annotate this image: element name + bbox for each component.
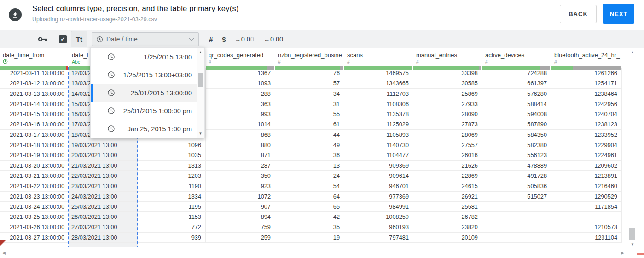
table-cell[interactable]: 1096: [138, 140, 206, 150]
column-header[interactable]: date_time_from: [0, 51, 69, 70]
table-cell[interactable]: 1210573: [551, 222, 622, 232]
table-cell[interactable]: 2021-03-25 13:00:00: [0, 212, 69, 222]
table-cell[interactable]: 1254171: [551, 78, 622, 88]
table-cell[interactable]: 22869: [413, 171, 482, 181]
table-cell[interactable]: 288: [206, 89, 275, 99]
table-cell[interactable]: 1008250: [344, 212, 413, 222]
table-cell[interactable]: 27/03/2021 13:00: [69, 222, 138, 232]
dropdown-scrollbar[interactable]: ▲ ▼: [197, 48, 204, 138]
scroll-right-arrow-icon[interactable]: ▶: [621, 251, 624, 255]
scroll-left-arrow-icon[interactable]: ◀: [2, 251, 6, 255]
primary-key-icon[interactable]: [38, 36, 47, 42]
table-cell[interactable]: [482, 222, 551, 232]
table-cell[interactable]: 880: [206, 140, 275, 150]
table-cell[interactable]: 19/03/2021 13:00: [69, 140, 138, 150]
table-cell[interactable]: 1233952: [551, 130, 622, 140]
table-cell[interactable]: 993: [206, 109, 275, 119]
table-cell[interactable]: 1229904: [551, 140, 622, 150]
table-cell[interactable]: 25869: [413, 89, 482, 99]
table-cell[interactable]: 724288: [482, 68, 551, 78]
dropdown-option[interactable]: 25/01/2015 13:00:00: [91, 84, 197, 102]
table-cell[interactable]: 894: [206, 212, 275, 222]
table-cell[interactable]: 49: [275, 140, 344, 150]
table-cell[interactable]: 772: [138, 222, 206, 232]
table-cell[interactable]: 25/03/2021 13:00: [69, 202, 138, 212]
table-cell[interactable]: 1125029: [344, 119, 413, 129]
table-cell[interactable]: 1140730: [344, 140, 413, 150]
table-cell[interactable]: 27873: [413, 119, 482, 129]
table-cell[interactable]: 42: [275, 212, 344, 222]
column-header[interactable]: qr_codes_generated#: [206, 51, 275, 70]
table-cell[interactable]: 1313: [138, 161, 206, 171]
table-horizontal-scrollbar[interactable]: ◀ ▶: [0, 249, 644, 257]
table-cell[interactable]: 1224961: [551, 150, 622, 160]
table-cell[interactable]: 478889: [482, 161, 551, 171]
table-cell[interactable]: 587890: [482, 119, 551, 129]
table-cell[interactable]: 44: [275, 130, 344, 140]
table-cell[interactable]: 576280: [482, 89, 551, 99]
table-cell[interactable]: 1093: [206, 78, 275, 88]
column-header[interactable]: manual_entries#: [413, 51, 482, 70]
table-cell[interactable]: 1469575: [344, 68, 413, 78]
table-cell[interactable]: 27557: [413, 140, 482, 150]
column-header[interactable]: nzbn_registered_busine#: [275, 51, 344, 70]
dropdown-scroll-down-icon[interactable]: ▼: [197, 131, 204, 135]
table-cell[interactable]: 2021-03-13 13:00:00: [0, 89, 69, 99]
table-cell[interactable]: 939: [138, 233, 206, 243]
table-cell[interactable]: 797481: [344, 233, 413, 243]
table-cell[interactable]: 2021-03-26 13:00:00: [0, 222, 69, 232]
table-cell[interactable]: 25581: [413, 202, 482, 212]
include-column-checkbox[interactable]: ✓: [59, 35, 67, 43]
table-cell[interactable]: 661397: [482, 78, 551, 88]
table-cell[interactable]: 2021-03-11 13:00:00: [0, 68, 69, 78]
table-cell[interactable]: 30585: [413, 78, 482, 88]
table-cell[interactable]: 1240704: [551, 109, 622, 119]
table-cell[interactable]: 1112703: [344, 89, 413, 99]
table-cell[interactable]: 1153: [138, 212, 206, 222]
table-cell[interactable]: 13: [275, 161, 344, 171]
vertical-scrollbar-thumb[interactable]: [629, 228, 635, 240]
table-cell[interactable]: 2021-03-12 13:00:00: [0, 78, 69, 88]
table-cell[interactable]: [551, 212, 622, 222]
dropdown-option[interactable]: 1/25/2015 13:00: [91, 48, 197, 66]
table-cell[interactable]: 21626: [413, 161, 482, 171]
table-cell[interactable]: 350: [206, 171, 275, 181]
table-cell[interactable]: 1367: [206, 68, 275, 78]
table-cell[interactable]: 23820: [413, 222, 482, 232]
table-cell[interactable]: 61: [275, 119, 344, 129]
table-cell[interactable]: 1343665: [344, 78, 413, 88]
table-cell[interactable]: 909369: [344, 161, 413, 171]
table-cell[interactable]: 34: [275, 89, 344, 99]
table-cell[interactable]: 287: [206, 161, 275, 171]
table-cell[interactable]: 26016: [413, 150, 482, 160]
table-cell[interactable]: 923: [206, 181, 275, 191]
table-cell[interactable]: 2021-03-27 13:00:00: [0, 233, 69, 243]
table-vertical-scrollbar[interactable]: ▲ ▼: [627, 49, 638, 247]
table-cell[interactable]: 594008: [482, 109, 551, 119]
table-cell[interactable]: 2021-03-17 13:00:00: [0, 130, 69, 140]
table-cell[interactable]: 2021-03-22 13:00:00: [0, 181, 69, 191]
table-cell[interactable]: 31: [275, 99, 344, 109]
text-type-button[interactable]: Tt: [71, 31, 87, 47]
table-cell[interactable]: 55: [275, 109, 344, 119]
number-type-button[interactable]: #: [209, 35, 213, 43]
table-cell[interactable]: 977369: [344, 192, 413, 202]
table-cell[interactable]: 28/03/2021 13:00: [69, 233, 138, 243]
table-cell[interactable]: 584350: [482, 130, 551, 140]
table-cell[interactable]: 2021-03-18 13:00:00: [0, 140, 69, 150]
table-cell[interactable]: 1290529: [551, 192, 622, 202]
table-cell[interactable]: 26/03/2021 13:00: [69, 212, 138, 222]
table-cell[interactable]: 26782: [413, 212, 482, 222]
table-cell[interactable]: 871: [206, 150, 275, 160]
table-cell[interactable]: 1213891: [551, 171, 622, 181]
column-header[interactable]: active_devices#: [482, 51, 551, 70]
table-cell[interactable]: 1135378: [344, 109, 413, 119]
table-cell[interactable]: 984991: [344, 202, 413, 212]
dropdown-scroll-up-icon[interactable]: ▲: [197, 50, 204, 54]
dropdown-option[interactable]: Jan 25, 2015 1:00 pm: [91, 120, 197, 138]
table-cell[interactable]: 259: [206, 233, 275, 243]
table-cell[interactable]: 1242956: [551, 99, 622, 109]
table-cell[interactable]: 946701: [344, 181, 413, 191]
table-cell[interactable]: 2021-03-15 13:00:00: [0, 109, 69, 119]
table-cell[interactable]: 76: [275, 68, 344, 78]
